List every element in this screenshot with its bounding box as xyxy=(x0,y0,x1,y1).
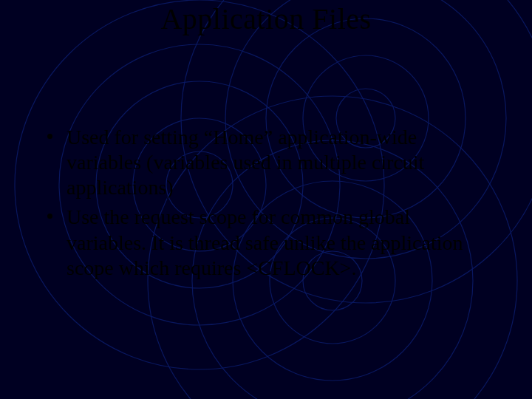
bullet-text: Use the request scope for common global … xyxy=(66,205,463,279)
bullet-item: Used for setting “Home” application-wide… xyxy=(44,125,488,200)
slide: Application Files Used for setting “Home… xyxy=(0,0,532,399)
slide-title: Application Files xyxy=(0,0,532,36)
bullet-dot-icon xyxy=(47,134,52,139)
slide-content: Application Files Used for setting “Home… xyxy=(0,0,532,399)
bullet-item: Use the request scope for common global … xyxy=(44,205,488,280)
bullet-dot-icon xyxy=(47,214,52,219)
bullet-list: Used for setting “Home” application-wide… xyxy=(0,36,532,281)
bullet-text: Used for setting “Home” application-wide… xyxy=(66,126,424,199)
